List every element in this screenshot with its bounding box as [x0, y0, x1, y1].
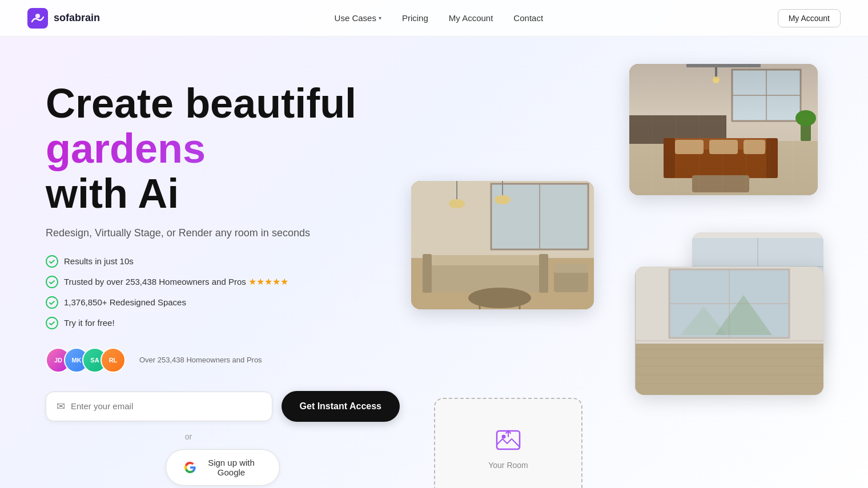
get-instant-access-button[interactable]: Get Instant Access — [282, 391, 400, 422]
svg-rect-6 — [629, 138, 818, 195]
nav-use-cases[interactable]: Use Cases ▾ — [335, 13, 381, 23]
room-image-bottom-right — [635, 267, 823, 395]
google-icon — [184, 462, 196, 473]
svg-rect-12 — [629, 115, 726, 144]
svg-rect-13 — [664, 144, 778, 178]
nav-my-account[interactable]: My Account — [449, 13, 493, 23]
avatar-group: JD MK SA RL — [46, 348, 126, 373]
svg-rect-22 — [715, 67, 717, 79]
feature-list: Results in just 10s Trusted by over 253,… — [46, 255, 400, 329]
header-my-account-button[interactable]: My Account — [778, 9, 841, 27]
main-content: Create beautiful gardens with Ai Redesig… — [0, 37, 868, 488]
svg-point-71 — [502, 434, 506, 438]
feature-item-spaces: 1,376,850+ Redesigned Spaces — [46, 296, 400, 309]
svg-rect-19 — [744, 140, 765, 154]
feature-text-4: Try it for free! — [64, 318, 115, 328]
main-nav: Use Cases ▾ Pricing My Account Contact — [335, 13, 543, 23]
room-image-top — [629, 64, 818, 195]
svg-point-1 — [35, 14, 40, 18]
google-signup-button[interactable]: Sign up with Google — [166, 449, 280, 486]
room-scene-svg-1 — [629, 64, 818, 195]
svg-rect-14 — [664, 138, 778, 150]
logo-icon — [27, 8, 48, 29]
svg-rect-21 — [686, 64, 761, 67]
check-icon-2 — [46, 276, 58, 288]
hero-title-highlight: gardens — [46, 126, 400, 171]
avatars-label: Over 253,438 Homeowners and Pros — [139, 356, 262, 364]
hero-left: Create beautiful gardens with Ai Redesig… — [46, 64, 400, 486]
svg-rect-16 — [766, 138, 778, 178]
hero-subtitle: Redesign, Virtually Stage, or Render any… — [46, 227, 400, 239]
svg-point-3 — [46, 276, 58, 288]
header: sofabrain Use Cases ▾ Pricing My Account… — [0, 0, 868, 37]
your-room-label: Your Room — [488, 461, 528, 470]
svg-point-5 — [46, 317, 58, 329]
svg-point-2 — [46, 256, 58, 267]
hero-title: Create beautiful gardens with Ai — [46, 81, 400, 217]
feature-item-speed: Results in just 10s — [46, 255, 400, 268]
svg-rect-34 — [539, 254, 548, 293]
svg-rect-8 — [732, 70, 801, 121]
svg-rect-33 — [423, 254, 432, 293]
email-icon: ✉ — [57, 400, 65, 413]
feature-text-1: Results in just 10s — [64, 256, 134, 266]
avatar: RL — [101, 348, 126, 373]
nav-contact[interactable]: Contact — [513, 13, 543, 23]
chevron-down-icon: ▾ — [379, 15, 381, 21]
check-icon-3 — [46, 296, 58, 309]
svg-rect-18 — [709, 140, 738, 154]
svg-rect-32 — [423, 255, 548, 265]
svg-rect-15 — [664, 138, 675, 178]
email-input[interactable] — [71, 401, 262, 411]
google-button-label: Sign up with Google — [202, 458, 261, 477]
svg-point-25 — [795, 110, 816, 126]
feature-item-free: Try it for free! — [46, 317, 400, 329]
email-input-wrapper: ✉ — [46, 392, 272, 421]
feature-text-3: 1,376,850+ Redesigned Spaces — [64, 297, 186, 307]
or-divider: or — [46, 432, 331, 441]
upload-image-icon — [495, 426, 522, 454]
svg-point-23 — [713, 76, 720, 83]
svg-rect-55 — [635, 341, 823, 395]
feature-item-trusted: Trusted by over 253,438 Homeowners and P… — [46, 276, 400, 288]
svg-rect-17 — [675, 140, 704, 154]
star-rating: ★★★★★ — [248, 277, 288, 287]
svg-point-43 — [495, 195, 511, 204]
svg-rect-20 — [692, 175, 749, 192]
feature-text-2: Trusted by over 253,438 Homeowners and P… — [64, 276, 288, 287]
svg-rect-36 — [554, 264, 588, 273]
nav-pricing[interactable]: Pricing — [402, 13, 428, 23]
room-image-middle-left — [411, 181, 594, 309]
room-scene-svg-2 — [411, 181, 594, 309]
cta-row: ✉ Get Instant Access — [46, 391, 400, 422]
svg-rect-7 — [629, 64, 818, 141]
svg-rect-24 — [801, 121, 811, 141]
hero-right-images: Your Room — [400, 64, 841, 488]
social-proof-row: JD MK SA RL Over 253,438 Homeowners and … — [46, 348, 400, 373]
svg-point-41 — [449, 199, 465, 208]
svg-rect-31 — [423, 261, 548, 292]
logo-text: sofabrain — [54, 12, 100, 24]
svg-point-37 — [468, 288, 531, 308]
svg-rect-9 — [732, 70, 801, 121]
your-room-card: Your Room — [434, 398, 582, 488]
svg-point-4 — [46, 297, 58, 308]
check-icon-4 — [46, 317, 58, 329]
room-scene-svg-4 — [635, 267, 823, 395]
check-icon-1 — [46, 255, 58, 268]
logo[interactable]: sofabrain — [27, 8, 100, 29]
